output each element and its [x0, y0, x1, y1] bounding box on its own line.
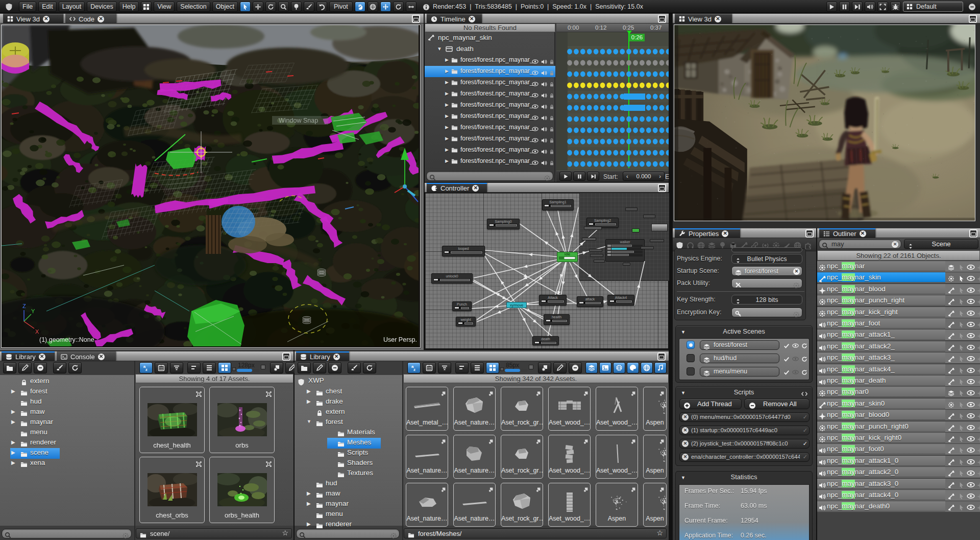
- svg-text:Y: Y: [31, 308, 35, 314]
- svg-text:z: z: [413, 367, 415, 371]
- svg-text:Z: Z: [22, 303, 26, 309]
- svg-text:X: X: [35, 328, 39, 335]
- svg-text:Window Snap: Window Snap: [279, 117, 318, 124]
- svg-text:z: z: [145, 367, 148, 371]
- svg-text:(1) geometry::None: (1) geometry::None: [39, 336, 94, 343]
- svg-text:User Persp.: User Persp.: [383, 336, 417, 343]
